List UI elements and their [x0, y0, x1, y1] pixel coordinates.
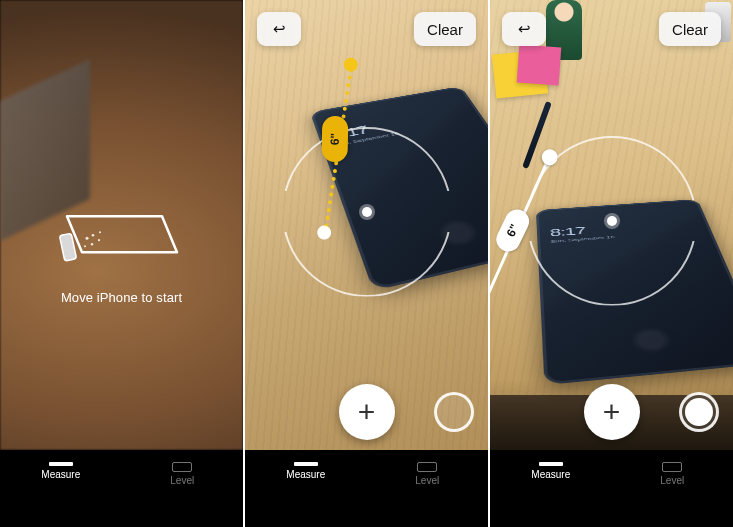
- measurement-value: 6": [504, 222, 522, 239]
- measure-icon: [294, 462, 318, 466]
- plus-icon: +: [358, 395, 376, 429]
- svg-point-2: [91, 233, 94, 236]
- svg-rect-0: [59, 233, 76, 261]
- undo-button[interactable]: ↩: [502, 12, 546, 46]
- add-point-button[interactable]: +: [339, 384, 395, 440]
- capture-button[interactable]: [679, 392, 719, 432]
- clear-label: Clear: [672, 21, 708, 38]
- tab-label: Level: [415, 475, 439, 486]
- undo-icon: ↩: [273, 20, 286, 38]
- svg-point-4: [90, 243, 92, 245]
- instruction-text: Move iPhone to start: [37, 290, 207, 305]
- bottom-controls: +: [245, 384, 488, 440]
- svg-point-3: [97, 239, 99, 241]
- tab-label: Measure: [286, 469, 325, 480]
- tab-measure[interactable]: Measure: [490, 454, 612, 527]
- ar-reticle-circle: [282, 127, 452, 297]
- bottom-tab-bar: Measure Level: [490, 450, 733, 527]
- reticle-center-dot: [607, 216, 617, 226]
- undo-icon: ↩: [518, 20, 531, 38]
- screen-measuring-in-progress: 8:17 Sun, September 16 6" ↩: [245, 0, 488, 527]
- tab-label: Level: [170, 475, 194, 486]
- camera-preview: 8:17 Sun, September 16 6" ↩: [245, 0, 488, 450]
- reticle-center-dot: [362, 207, 372, 217]
- add-point-button[interactable]: +: [584, 384, 640, 440]
- parallelogram-scan-icon: [47, 202, 197, 272]
- top-controls: ↩ Clear: [490, 0, 733, 58]
- bottom-tab-bar: Measure Level: [245, 450, 488, 527]
- measurement-value: 6": [328, 133, 342, 146]
- tab-level[interactable]: Level: [122, 454, 244, 527]
- undo-button[interactable]: ↩: [257, 12, 301, 46]
- tab-level[interactable]: Level: [612, 454, 734, 527]
- clear-label: Clear: [427, 21, 463, 38]
- svg-point-6: [99, 231, 101, 233]
- level-icon: [662, 462, 682, 472]
- bottom-controls: +: [490, 384, 733, 440]
- tab-measure[interactable]: Measure: [0, 454, 122, 527]
- measurement-readout-pill[interactable]: 6": [322, 116, 349, 162]
- svg-point-1: [85, 236, 88, 239]
- move-device-illustration: Move iPhone to start: [37, 202, 207, 305]
- level-icon: [172, 462, 192, 472]
- level-icon: [417, 462, 437, 472]
- bottom-tab-bar: Measure Level: [0, 450, 243, 527]
- svg-point-5: [84, 245, 86, 247]
- tab-label: Level: [660, 475, 684, 486]
- top-controls: ↩ Clear: [245, 0, 488, 58]
- measurement-endpoint-start[interactable]: [343, 57, 359, 73]
- tab-label: Measure: [531, 469, 570, 480]
- clear-button[interactable]: Clear: [414, 12, 476, 46]
- screen-onboarding: Move iPhone to start Measure Level: [0, 0, 243, 527]
- screen-measurement-complete: 8:17 Sun, September 16 6" ↩: [490, 0, 733, 527]
- measure-icon: [49, 462, 73, 466]
- plus-icon: +: [603, 395, 621, 429]
- tab-label: Measure: [41, 469, 80, 480]
- clear-button[interactable]: Clear: [659, 12, 721, 46]
- measure-icon: [539, 462, 563, 466]
- tab-level[interactable]: Level: [367, 454, 489, 527]
- tab-measure[interactable]: Measure: [245, 454, 367, 527]
- camera-preview: 8:17 Sun, September 16 6" ↩: [490, 0, 733, 450]
- capture-button[interactable]: [434, 392, 474, 432]
